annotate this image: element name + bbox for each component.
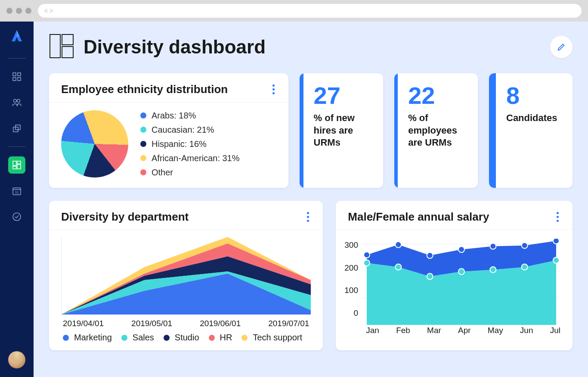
svg-rect-3 xyxy=(18,78,21,81)
nav-board-icon[interactable] xyxy=(8,156,25,174)
stat-value: 22 xyxy=(408,84,468,108)
ethnicity-card: Employee ethnicity distribution Arabs: 1… xyxy=(49,73,288,188)
stat-label: % of new hires are URMs xyxy=(314,112,374,149)
nav-check-icon[interactable] xyxy=(8,208,25,225)
nav-folder-icon[interactable] xyxy=(8,120,25,137)
nav-dashboard-icon[interactable] xyxy=(8,68,25,85)
legend-label: Sales xyxy=(133,333,154,343)
svg-rect-9 xyxy=(17,161,21,164)
app-logo-icon[interactable] xyxy=(10,29,24,46)
legend-item: Arabs: 18% xyxy=(140,111,240,121)
legend-dot-icon xyxy=(164,335,170,341)
legend-label: Caucasian: 21% xyxy=(152,125,214,135)
svg-rect-16 xyxy=(62,34,73,45)
x-tick: 2019/05/01 xyxy=(131,319,172,328)
divider xyxy=(8,58,25,59)
x-tick: Jan xyxy=(366,326,379,335)
department-area-chart xyxy=(61,237,311,315)
ethnicity-title: Employee ethnicity distribution xyxy=(61,83,228,96)
legend-dot-icon xyxy=(140,141,146,147)
window-dots xyxy=(6,8,31,14)
svg-rect-8 xyxy=(13,161,16,165)
svg-point-32 xyxy=(490,267,496,273)
legend-dot-icon xyxy=(140,127,146,133)
legend-item: HR xyxy=(209,333,232,343)
svg-rect-2 xyxy=(13,78,16,81)
svg-point-36 xyxy=(553,257,559,263)
svg-point-5 xyxy=(17,100,20,103)
salary-area-chart xyxy=(362,239,560,325)
url-bar[interactable]: < > xyxy=(38,4,582,18)
svg-point-26 xyxy=(395,264,401,270)
svg-rect-17 xyxy=(62,47,73,58)
legend-item: Other xyxy=(140,168,240,178)
browser-chrome: < > xyxy=(0,0,588,22)
x-tick: Jun xyxy=(520,326,533,335)
legend-item: African-American: 31% xyxy=(140,153,240,163)
pencil-icon xyxy=(557,42,566,52)
salary-y-axis: 300 200 100 0 xyxy=(344,239,358,318)
legend-label: Arabs: 18% xyxy=(152,111,196,121)
legend-label: African-American: 31% xyxy=(152,153,240,163)
y-tick: 0 xyxy=(353,308,358,318)
x-tick: 2019/06/01 xyxy=(200,319,241,328)
nav-calendar-icon[interactable]: 31 xyxy=(8,182,25,199)
x-tick: 2019/07/01 xyxy=(268,319,309,328)
svg-point-29 xyxy=(458,246,464,252)
x-tick: May xyxy=(488,326,503,335)
svg-rect-1 xyxy=(18,73,21,76)
stat-stripe xyxy=(489,73,496,188)
legend-item: Hispanic: 16% xyxy=(140,139,240,149)
legend-dot-icon xyxy=(140,169,146,175)
y-tick: 100 xyxy=(344,286,358,295)
ethnicity-pie-chart xyxy=(61,110,128,178)
divider xyxy=(8,146,25,147)
stat-value: 27 xyxy=(314,84,374,108)
x-tick: 2019/04/01 xyxy=(63,319,104,328)
svg-rect-15 xyxy=(50,34,60,58)
svg-point-31 xyxy=(490,243,496,249)
card-menu-button[interactable] xyxy=(305,210,311,224)
legend-label: Marketing xyxy=(74,333,112,343)
window-dot xyxy=(16,8,22,14)
page-header: Diversity dashboard xyxy=(49,34,573,60)
legend-label: Other xyxy=(152,168,173,178)
x-tick: Jul xyxy=(550,326,560,335)
svg-rect-10 xyxy=(17,165,21,169)
user-avatar[interactable] xyxy=(8,351,25,368)
legend-label: Hispanic: 16% xyxy=(152,139,207,149)
legend-dot-icon xyxy=(63,335,69,341)
y-tick: 300 xyxy=(344,240,358,250)
legend-item: Sales xyxy=(121,333,154,343)
svg-point-33 xyxy=(522,243,528,249)
stat-stripe xyxy=(300,73,303,188)
legend-item: Tech support xyxy=(241,333,302,343)
y-tick: 200 xyxy=(344,263,358,273)
main-content: Diversity dashboard Employee ethnicity d… xyxy=(34,22,588,377)
svg-point-30 xyxy=(458,268,464,274)
legend-label: HR xyxy=(220,333,232,343)
salary-card: Male/Female annual salary 300 200 100 0 … xyxy=(336,201,573,350)
department-x-axis: 2019/04/01 2019/05/01 2019/06/01 2019/07… xyxy=(61,316,311,333)
legend-dot-icon xyxy=(241,335,248,341)
nav-arrows-icon: < > xyxy=(44,7,53,14)
nav-people-icon[interactable] xyxy=(8,94,25,111)
card-menu-button[interactable] xyxy=(271,83,276,96)
ethnicity-legend: Arabs: 18% Caucasian: 21% Hispanic: 16% … xyxy=(140,111,240,178)
dashboard-icon xyxy=(49,34,74,60)
stat-stripe xyxy=(394,73,398,188)
salary-title: Male/Female annual salary xyxy=(348,210,489,224)
stat-value: 8 xyxy=(506,84,557,108)
legend-dot-icon xyxy=(140,112,146,118)
svg-point-28 xyxy=(427,274,433,280)
x-tick: Apr xyxy=(458,326,471,335)
legend-label: Tech support xyxy=(253,333,302,343)
svg-rect-11 xyxy=(13,166,16,169)
edit-button[interactable] xyxy=(550,36,573,58)
x-tick: Feb xyxy=(396,326,410,335)
stat-employees-card: 22 % of employees are URMs xyxy=(394,73,478,188)
stat-label: Candidates xyxy=(506,112,557,125)
card-menu-button[interactable] xyxy=(555,210,560,224)
stat-hires-card: 27 % of new hires are URMs xyxy=(300,73,383,188)
window-dot xyxy=(6,8,12,14)
